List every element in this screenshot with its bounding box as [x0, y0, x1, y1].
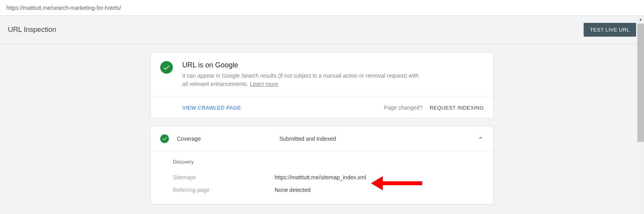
status-card-actions: VIEW CRAWLED PAGE Page changed? REQUEST … — [151, 97, 493, 118]
page-title: URL Inspection — [8, 26, 56, 34]
main-content: URL is on Google It can appear in Google… — [0, 44, 644, 214]
coverage-card: Coverage Submitted and indexed Discovery… — [150, 126, 494, 205]
status-card: URL is on Google It can appear in Google… — [150, 52, 494, 118]
content-area: URL Inspection TEST LIVE URL URL is on G… — [0, 16, 644, 214]
sitemaps-label: Sitemaps — [173, 174, 275, 181]
status-text-block: URL is on Google It can appear in Google… — [182, 61, 484, 88]
discovery-row: Sitemaps https://matttutt.me/sitemap_ind… — [173, 171, 484, 184]
coverage-label: Coverage — [177, 136, 271, 142]
status-card-top: URL is on Google It can appear in Google… — [151, 52, 493, 97]
status-description: It can appear in Google Search results (… — [182, 72, 419, 88]
check-icon — [160, 61, 173, 74]
discovery-heading: Discovery — [173, 159, 484, 165]
test-live-url-button[interactable]: TEST LIVE URL — [584, 23, 636, 37]
status-icon-wrap — [160, 61, 173, 88]
cards-wrapper: URL is on Google It can appear in Google… — [150, 52, 494, 212]
chevron-up-icon — [477, 135, 484, 143]
url-text: https://matttutt.me/search-marketing-for… — [6, 5, 121, 11]
coverage-header[interactable]: Coverage Submitted and indexed — [151, 127, 493, 151]
view-crawled-page-button[interactable]: VIEW CRAWLED PAGE — [182, 105, 241, 111]
page-header: URL Inspection TEST LIVE URL — [0, 16, 644, 44]
learn-more-link[interactable]: Learn more — [250, 81, 278, 87]
status-title: URL is on Google — [182, 61, 484, 69]
sitemaps-value: https://matttutt.me/sitemap_index.xml — [275, 174, 366, 181]
actions-right: Page changed? REQUEST INDEXING — [384, 104, 484, 111]
scrollbar-thumb[interactable] — [637, 24, 644, 142]
scrollbar-up-arrow[interactable]: ▲ — [637, 16, 644, 22]
referring-page-label: Referring page — [173, 187, 275, 193]
discovery-section: Discovery Sitemaps https://matttutt.me/s… — [151, 151, 493, 204]
discovery-row: Referring page None detected — [173, 184, 484, 196]
referring-page-value: None detected — [275, 187, 311, 193]
request-indexing-button[interactable]: REQUEST INDEXING — [430, 105, 484, 111]
page-changed-label: Page changed? — [384, 104, 423, 111]
url-input-bar[interactable]: https://matttutt.me/search-marketing-for… — [0, 0, 644, 16]
coverage-status: Submitted and indexed — [279, 136, 470, 142]
check-icon — [160, 134, 169, 143]
